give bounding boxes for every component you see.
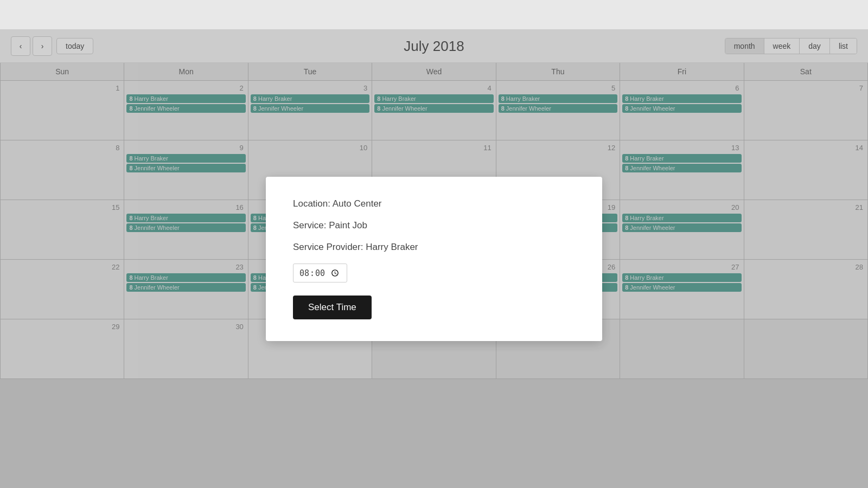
select-time-button[interactable]: Select Time xyxy=(293,296,372,319)
provider-field: Service Provider: Harry Braker xyxy=(293,242,575,253)
modal-overlay[interactable]: Location: Auto Center Service: Paint Job… xyxy=(0,30,868,488)
time-input[interactable] xyxy=(293,264,347,283)
calendar-wrapper: ‹ › today July 2018 month week day list … xyxy=(0,30,868,488)
service-field: Service: Paint Job xyxy=(293,220,575,231)
time-selection-modal: Location: Auto Center Service: Paint Job… xyxy=(266,177,602,342)
time-input-wrapper xyxy=(293,264,575,283)
top-bar xyxy=(0,0,868,30)
location-field: Location: Auto Center xyxy=(293,198,575,209)
